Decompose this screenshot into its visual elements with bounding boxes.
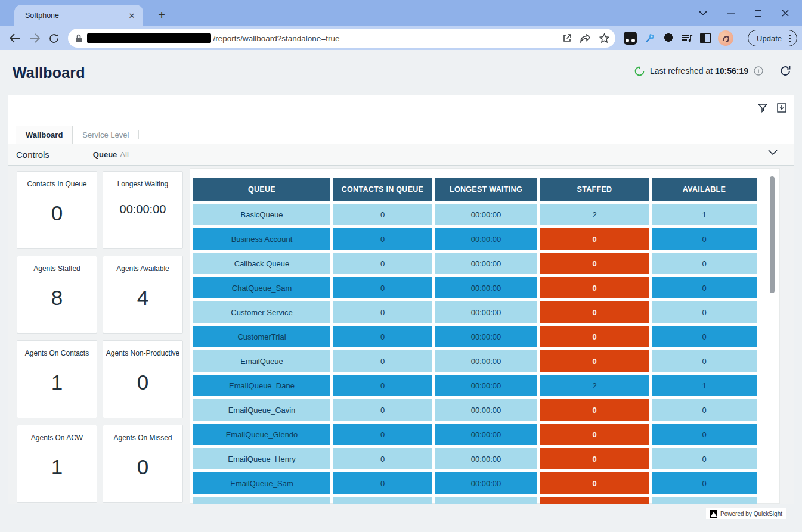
back-icon[interactable] [6, 29, 23, 47]
lock-icon [75, 34, 82, 43]
info-icon[interactable] [754, 66, 763, 76]
tab-search-chevron-icon[interactable] [696, 6, 710, 20]
table-cell: 0 [333, 399, 432, 421]
dashboard-actions [757, 102, 787, 113]
window-controls [696, 0, 797, 26]
table-cell: 0 [333, 228, 432, 250]
table-cell: 0 [333, 204, 432, 225]
kpi-label: Agents Available [103, 265, 182, 273]
table-header-cell: QUEUE [193, 178, 330, 201]
table-cell: 0 [540, 424, 649, 445]
update-button[interactable]: Update [748, 30, 797, 46]
powered-by-badge: Powered by QuickSight [706, 508, 786, 519]
kpi-label: Longest Waiting [103, 180, 182, 188]
table-cell: 0 [652, 350, 757, 372]
table-cell: 0 [540, 326, 649, 347]
table-cell: 2 [540, 204, 649, 225]
queue-name-cell: Customer Service [193, 301, 330, 323]
forward-icon[interactable] [26, 29, 43, 47]
kpi-value: 00:00:00 [103, 203, 182, 216]
table-header-cell: CONTACTS IN QUEUE [333, 178, 432, 201]
tab-divider [138, 130, 139, 139]
controls-collapse-chevron-icon[interactable] [768, 150, 778, 155]
table-cell: 0 [652, 448, 757, 469]
table-cell: 00:00:00 [435, 277, 537, 298]
close-button[interactable] [778, 6, 792, 20]
table-cell: 00:00:00 [435, 253, 537, 274]
dashboard-sheet: Contacts In Queue0Longest Waiting00:00:0… [8, 166, 794, 504]
kpi-label: Agents Staffed [17, 265, 97, 273]
export-icon[interactable] [776, 102, 787, 113]
queue-name-cell: BasicQueue [193, 204, 330, 225]
kpi-tile: Agents On Missed0 [103, 425, 183, 503]
table-cell: 0 [652, 326, 757, 347]
quicksight-logo-icon [710, 510, 717, 518]
table-header-cell: LONGEST WAITING [435, 178, 537, 201]
queue-name-cell: EmailQueue_Glendo [193, 424, 330, 445]
queue-table-tile: QUEUECONTACTS IN QUEUELONGEST WAITINGSTA… [190, 168, 780, 504]
dashboard-refresh-icon[interactable] [779, 66, 791, 76]
url-redacted-block [87, 33, 211, 43]
table-cell: 00:00:00 [435, 350, 537, 372]
reload-icon[interactable] [45, 29, 63, 47]
queue-name-cell: EmailQueue [193, 350, 330, 372]
extension-key-icon[interactable] [644, 32, 656, 44]
table-cell: 0 [333, 375, 432, 396]
table-cell: 00:00:00 [435, 228, 537, 250]
table-cell: 0 [652, 301, 757, 323]
playlist-music-icon[interactable] [682, 33, 693, 43]
maximize-button[interactable] [751, 6, 765, 20]
dashboard-card: Wallboard Service Level Controls QueueAl… [8, 95, 794, 504]
table-cell: 0 [540, 301, 649, 323]
queue-name-cell: Business Account [193, 228, 330, 250]
queue-name-cell: EmailQueue_Gavin [193, 399, 330, 421]
reader-mode-icon[interactable] [700, 33, 711, 43]
share-icon[interactable] [580, 34, 591, 43]
browser-titlebar: Softphone ✕ + [0, 0, 802, 26]
open-in-new-icon[interactable] [562, 33, 572, 43]
table-cell: 00:00:00 [435, 448, 537, 469]
kpi-tile: Agents On Contacts1 [17, 340, 97, 418]
extension-dark-icon[interactable] [624, 32, 637, 45]
queue-table-wrap: QUEUECONTACTS IN QUEUELONGEST WAITINGSTA… [193, 178, 757, 504]
kpi-value: 0 [103, 455, 182, 478]
last-refreshed-text: Last refreshed at 10:56:19 [650, 66, 748, 76]
table-cell: 0 [333, 448, 432, 469]
filter-icon[interactable] [757, 102, 768, 113]
tab-close-icon[interactable]: ✕ [126, 10, 137, 21]
queue-name-cell: EmailQueue_Henry [193, 448, 330, 469]
table-cell: 00:00:00 [435, 204, 537, 225]
bookmark-star-icon[interactable] [599, 33, 609, 43]
extensions-puzzle-icon[interactable] [663, 33, 674, 44]
new-tab-button[interactable]: + [154, 7, 169, 23]
kpi-label: Contacts In Queue [17, 180, 97, 188]
table-header-cell: AVAILABLE [652, 178, 757, 201]
kpi-label: Agents On Contacts [17, 349, 97, 357]
table-cell: 0 [652, 228, 757, 250]
address-bar[interactable]: /reports/wallboard?standalone=true [68, 29, 616, 48]
minimize-button[interactable] [723, 6, 738, 20]
queue-name-cell: CustomerTrial [193, 326, 330, 347]
browser-tab[interactable]: Softphone ✕ [14, 5, 143, 26]
table-cell: 0 [540, 228, 649, 250]
table-cell: 0 [652, 277, 757, 298]
table-cell: 0 [652, 253, 757, 274]
controls-title: Controls [16, 150, 49, 160]
table-cell: 00:00:00 [435, 424, 537, 445]
tab-wallboard[interactable]: Wallboard [16, 126, 73, 144]
tab-service-level[interactable]: Service Level [73, 126, 138, 144]
table-cell: 1 [652, 204, 757, 225]
kpi-value: 0 [17, 201, 97, 225]
table-cell: 0 [333, 472, 432, 494]
chrome-menu-icon[interactable] [786, 35, 793, 42]
table-cell: 0 [652, 399, 757, 421]
table-cell: 0 [540, 472, 649, 494]
controls-bar[interactable]: Controls QueueAll [8, 144, 794, 166]
queue-name-cell: EmailQueue_Tom [193, 497, 330, 504]
table-cell: 0 [333, 497, 432, 504]
table-cell: 0 [540, 277, 649, 298]
profile-avatar[interactable] [718, 30, 733, 46]
queue-filter[interactable]: QueueAll [93, 150, 129, 159]
kpi-tile: Agents Available4 [103, 256, 183, 334]
table-scrollbar-thumb[interactable] [770, 176, 775, 293]
